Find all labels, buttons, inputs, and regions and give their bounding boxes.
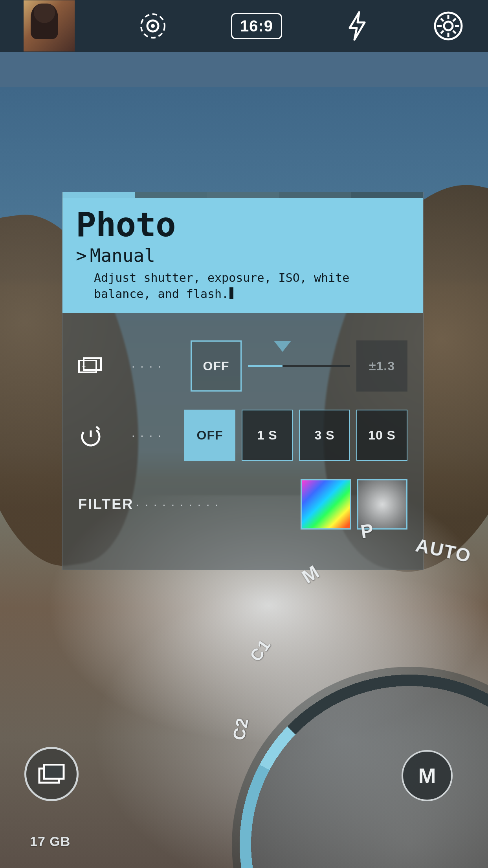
svg-point-4 (444, 22, 453, 30)
flash-button[interactable] (345, 11, 369, 41)
settings-button[interactable] (432, 10, 464, 42)
timer-option-1s[interactable]: 1 S (242, 410, 293, 461)
bracket-off-button[interactable]: OFF (191, 340, 242, 392)
gallery-icon (38, 764, 65, 784)
mode-name: Manual (90, 245, 155, 266)
gear-icon (432, 10, 464, 42)
exposure-bracket-row: + ···· OFF ±1.3 (78, 340, 407, 392)
svg-point-2 (151, 24, 155, 28)
bracket-slider[interactable] (248, 354, 350, 378)
svg-line-11 (453, 18, 456, 21)
bracket-range-button[interactable]: ±1.3 (356, 340, 407, 392)
text-cursor (229, 287, 233, 299)
slider-pointer-icon (274, 341, 291, 352)
filter-color-button[interactable] (301, 479, 351, 530)
flash-icon (345, 11, 369, 41)
svg-line-19 (96, 427, 99, 430)
camera-viewport: 16:9 Photo (0, 0, 488, 868)
svg-line-10 (453, 31, 456, 33)
svg-text:+: + (82, 362, 86, 370)
svg-line-9 (441, 18, 444, 21)
timer-option-3s[interactable]: 3 S (299, 410, 350, 461)
focus-mode-button[interactable] (138, 11, 168, 41)
mode-category: Photo (76, 205, 410, 244)
svg-line-12 (441, 31, 444, 33)
svg-rect-21 (44, 765, 64, 779)
last-photo-thumbnail[interactable] (24, 0, 75, 51)
timer-option-10s[interactable]: 10 S (356, 410, 407, 461)
mode-description: Adjust shutter, exposure, ISO, white bal… (94, 271, 349, 301)
timer-option-off[interactable]: OFF (184, 410, 235, 461)
mode-header: Photo > Manual Adjust shutter, exposure,… (62, 198, 423, 313)
storage-remaining: 17 GB (30, 834, 70, 849)
current-mode-badge[interactable]: M (402, 750, 453, 801)
mode-tab-strip[interactable] (62, 192, 423, 198)
aspect-ratio-label: 16:9 (240, 17, 273, 35)
filter-row: FILTER ·········· (78, 479, 407, 530)
mode-panel: Photo > Manual Adjust shutter, exposure,… (62, 192, 424, 570)
filter-label: FILTER (78, 496, 134, 513)
top-toolbar: 16:9 (0, 0, 488, 52)
target-icon (138, 11, 168, 41)
exposure-bracket-icon: + (78, 357, 129, 375)
timer-row: ···· OFF 1 S 3 S 10 S (78, 410, 407, 461)
gallery-button[interactable] (24, 747, 79, 801)
timer-icon (78, 423, 129, 448)
prompt-chevron: > (76, 245, 87, 266)
aspect-ratio-button[interactable]: 16:9 (231, 13, 282, 39)
